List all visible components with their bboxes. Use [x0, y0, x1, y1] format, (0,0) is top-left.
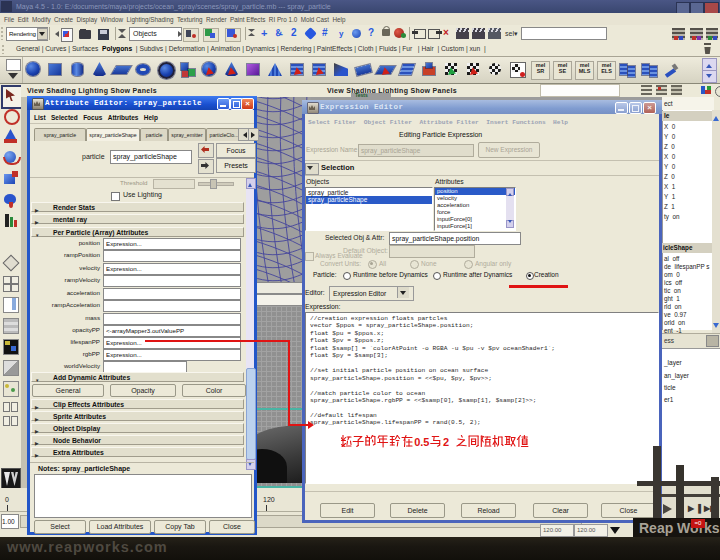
svg-text:0.5: 0.5	[414, 436, 429, 448]
svg-text:2: 2	[443, 436, 449, 448]
